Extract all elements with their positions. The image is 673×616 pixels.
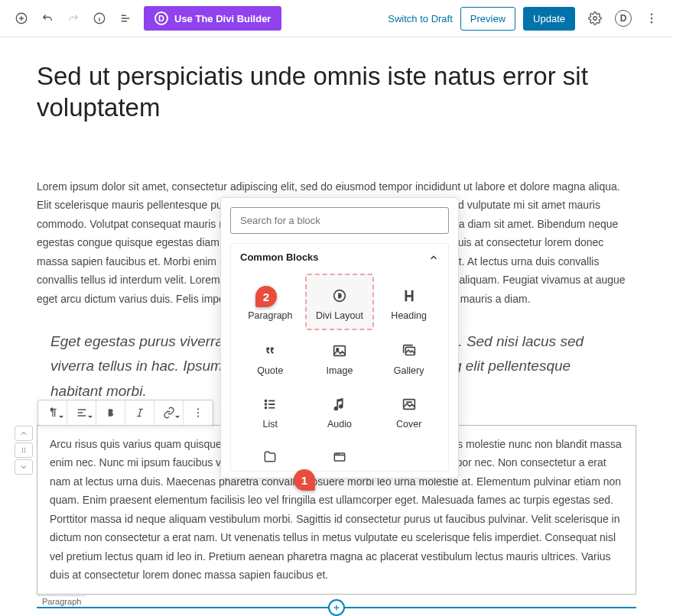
block-item-label: Paragraph <box>248 310 292 321</box>
more-menu-icon[interactable] <box>639 6 664 31</box>
divi-circle-icon <box>331 286 348 306</box>
outline-icon[interactable] <box>113 6 138 31</box>
svg-point-3 <box>651 14 652 15</box>
block-item-video[interactable] <box>305 443 375 465</box>
svg-point-14 <box>197 415 199 417</box>
svg-rect-22 <box>403 400 415 410</box>
inserter-section-header[interactable]: Common Blocks <box>231 244 448 271</box>
editor-toolbar: D Use The Divi Builder Switch to Draft P… <box>0 0 673 37</box>
add-block-icon[interactable] <box>9 6 34 31</box>
svg-point-12 <box>197 408 199 410</box>
list-icon <box>262 394 278 414</box>
redo-icon <box>61 6 86 31</box>
svg-point-19 <box>265 400 267 402</box>
svg-point-11 <box>24 452 25 452</box>
drag-handle-icon[interactable] <box>15 443 33 458</box>
block-item-cover[interactable]: Cover <box>374 384 444 437</box>
block-format-toolbar <box>37 400 213 426</box>
gallery-icon <box>401 341 418 361</box>
divi-outline-icon[interactable]: D <box>615 10 632 27</box>
inserter-search <box>221 198 458 243</box>
block-item-quote[interactable]: Quote <box>236 330 305 384</box>
block-item-label: Heading <box>391 310 427 321</box>
callout-2: 2 <box>255 286 277 307</box>
info-icon[interactable] <box>87 6 112 31</box>
bold-icon[interactable] <box>96 400 125 425</box>
italic-icon[interactable] <box>125 400 154 425</box>
block-item-audio[interactable]: Audio <box>305 384 375 437</box>
quote-icon <box>262 341 278 361</box>
divi-logo-icon: D <box>154 11 168 25</box>
block-item-empty <box>374 443 444 465</box>
svg-point-7 <box>24 448 25 449</box>
block-item-label: List <box>263 419 278 430</box>
preview-button[interactable]: Preview <box>460 7 515 31</box>
switch-to-draft-link[interactable]: Switch to Draft <box>388 13 453 24</box>
block-inserter-popover: Common Blocks Paragraph Divi Layout Head… <box>220 197 459 478</box>
block-item-image[interactable]: Image <box>305 330 375 384</box>
align-icon[interactable] <box>67 400 96 425</box>
inserter-grid-overflow <box>231 443 448 471</box>
toolbar-left: D Use The Divi Builder <box>9 6 281 31</box>
inserter-section-title: Common Blocks <box>240 251 319 263</box>
block-type-pilcrow-icon[interactable] <box>38 400 67 425</box>
undo-icon[interactable] <box>35 6 60 31</box>
callout-1: 1 <box>294 469 315 491</box>
block-item-divi-layout[interactable]: Divi Layout <box>305 274 375 330</box>
block-mover-handles <box>15 426 33 475</box>
image-icon <box>331 341 348 361</box>
svg-point-21 <box>265 407 267 409</box>
inserter-section-common: Common Blocks Paragraph Divi Layout Head… <box>230 243 449 472</box>
audio-icon <box>331 394 348 414</box>
svg-point-10 <box>22 452 23 452</box>
divi-button-label: Use The Divi Builder <box>174 13 271 24</box>
svg-point-13 <box>197 412 199 413</box>
block-more-icon[interactable] <box>184 400 213 425</box>
cover-icon <box>401 394 418 414</box>
block-item-heading[interactable]: Heading <box>374 274 444 330</box>
block-item-label: Audio <box>327 419 352 430</box>
svg-point-5 <box>651 21 652 23</box>
svg-point-9 <box>24 449 25 450</box>
block-item-label: Gallery <box>394 365 424 376</box>
search-input[interactable] <box>230 207 449 234</box>
insert-block-plus-icon[interactable] <box>328 599 345 616</box>
svg-point-8 <box>22 449 23 450</box>
update-button[interactable]: Update <box>523 7 575 31</box>
use-divi-builder-button[interactable]: D Use The Divi Builder <box>144 6 281 31</box>
svg-point-2 <box>593 17 597 21</box>
block-item-label: Image <box>327 365 353 376</box>
svg-point-4 <box>651 18 652 19</box>
block-type-tag: Paragraph <box>37 595 86 606</box>
block-item-label: Quote <box>257 365 283 376</box>
move-down-icon[interactable] <box>15 459 33 475</box>
toolbar-right: Switch to Draft Preview Update D <box>388 6 664 31</box>
heading-icon <box>401 286 418 306</box>
settings-gear-icon[interactable] <box>583 6 607 31</box>
link-icon[interactable] <box>154 400 184 425</box>
block-insert-line <box>37 607 636 608</box>
block-item-list[interactable]: List <box>236 384 305 437</box>
svg-point-20 <box>265 404 267 405</box>
move-up-icon[interactable] <box>15 426 33 441</box>
block-item-gallery[interactable]: Gallery <box>374 330 444 384</box>
svg-rect-16 <box>334 346 346 356</box>
block-item-label: Divi Layout <box>316 310 363 321</box>
chevron-up-icon <box>428 252 439 263</box>
block-item-file[interactable] <box>236 443 305 465</box>
svg-point-6 <box>22 448 23 449</box>
post-title[interactable]: Sed ut perspiciatis unde omnis iste natu… <box>37 60 636 124</box>
block-item-label: Cover <box>396 419 421 430</box>
